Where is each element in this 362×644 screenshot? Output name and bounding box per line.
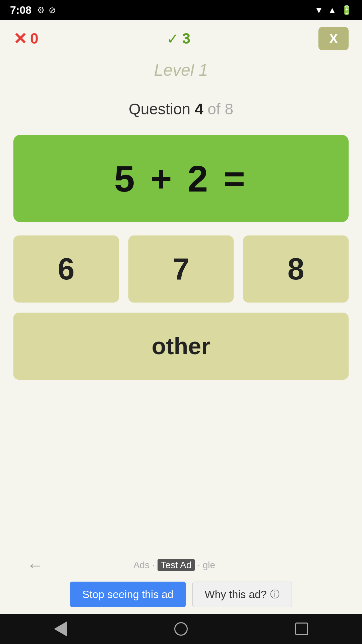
ad-text-left: Ads · <box>133 560 158 570</box>
battery-icon: 🔋 <box>341 5 352 15</box>
why-ad-button[interactable]: Why this ad? ⓘ <box>192 582 292 607</box>
ad-label-center: Ads · Test Ad · gle <box>133 560 215 571</box>
other-button[interactable]: other <box>13 313 349 380</box>
answer-button-7[interactable]: 7 <box>128 235 234 303</box>
wrong-icon: ✕ <box>13 29 27 48</box>
answer-button-6[interactable]: 6 <box>13 235 119 303</box>
answer-button-8[interactable]: 8 <box>243 235 349 303</box>
wifi-icon: ▼ <box>315 5 323 15</box>
settings-icon: ⚙ <box>37 5 45 15</box>
why-ad-label: Why this ad? <box>205 588 267 601</box>
math-expression: 5 + 2 = <box>114 157 248 200</box>
status-bar-left: 7:08 ⚙ ⊘ <box>10 4 56 16</box>
android-back-icon <box>54 622 67 636</box>
level-section: Level 1 <box>0 57 362 87</box>
math-expression-box: 5 + 2 = <box>13 135 349 222</box>
question-total: 8 <box>225 100 233 118</box>
status-bar: 7:08 ⚙ ⊘ ▼ ▲ 🔋 <box>0 0 362 20</box>
back-arrow-icon: ← <box>27 556 44 575</box>
check-icon: ✓ <box>167 30 179 47</box>
score-wrong: ✕ 0 <box>13 29 38 48</box>
close-button-label: X <box>329 31 338 46</box>
question-current: 4 <box>195 100 203 118</box>
blocked-icon: ⊘ <box>49 5 56 15</box>
answer-value-6: 6 <box>58 252 74 286</box>
close-button[interactable]: X <box>318 27 349 50</box>
answers-row: 6 7 8 <box>13 235 349 303</box>
question-text: Question 4 of 8 <box>129 100 233 118</box>
signal-icon: ▲ <box>328 5 337 15</box>
other-button-label: other <box>152 333 210 360</box>
android-recents-icon <box>295 623 308 635</box>
android-recents-button[interactable] <box>295 623 308 635</box>
status-time: 7:08 <box>10 4 32 16</box>
answer-value-7: 7 <box>173 252 189 286</box>
bottom-navigation: ← Ads · Test Ad · gle <box>0 549 362 582</box>
level-label: Level 1 <box>154 61 208 79</box>
status-icons: ⚙ ⊘ <box>37 5 56 15</box>
correct-count: 3 <box>182 30 190 47</box>
status-bar-right: ▼ ▲ 🔋 <box>315 5 352 15</box>
android-nav-bar <box>0 614 362 644</box>
game-header: ✕ 0 ✓ 3 X <box>0 20 362 57</box>
answer-value-8: 8 <box>288 252 304 286</box>
ad-text-highlight: Test Ad <box>158 559 195 571</box>
ad-buttons: Stop seeing this ad Why this ad? ⓘ <box>0 582 362 607</box>
score-correct: ✓ 3 <box>167 30 190 47</box>
question-prefix: Question <box>129 100 195 118</box>
ad-area: Stop seeing this ad Why this ad? ⓘ <box>0 582 362 614</box>
question-separator: of <box>203 100 225 118</box>
back-button[interactable]: ← <box>27 555 44 575</box>
android-home-button[interactable] <box>174 622 188 636</box>
other-row: other <box>13 313 349 380</box>
android-home-icon <box>174 622 188 636</box>
ad-text-right: · gle <box>195 560 215 570</box>
wrong-count: 0 <box>30 30 38 47</box>
question-section: Question 4 of 8 <box>0 87 362 135</box>
stop-ad-button[interactable]: Stop seeing this ad <box>70 582 185 607</box>
android-back-button[interactable] <box>54 622 67 636</box>
info-icon: ⓘ <box>270 588 280 601</box>
